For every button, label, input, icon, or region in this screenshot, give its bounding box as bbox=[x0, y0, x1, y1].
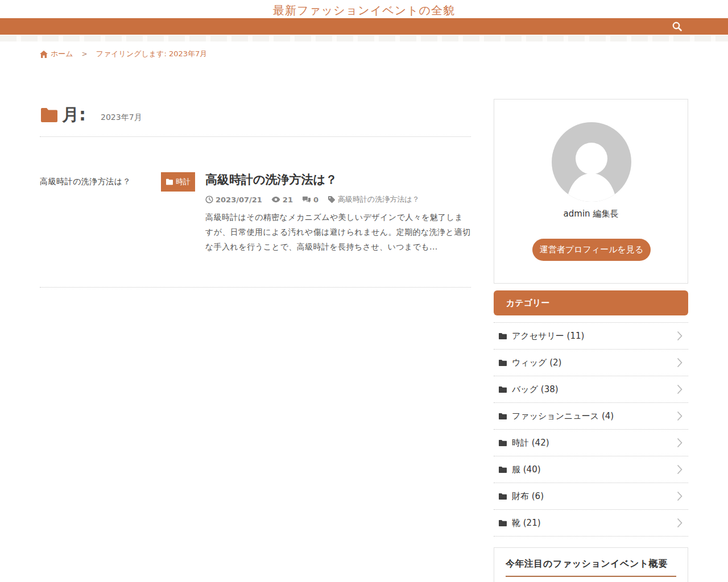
breadcrumb-home-link[interactable]: ホーム bbox=[40, 49, 73, 59]
folder-icon bbox=[166, 178, 173, 185]
breadcrumb: ホーム > ファイリングします: 2023年7月 bbox=[40, 49, 207, 59]
category-item-wig[interactable]: ウィッグ (2) bbox=[494, 350, 688, 376]
profile-view-button[interactable]: 運営者プロフィールを見る bbox=[532, 239, 651, 261]
entry-content: 高級時計の洗浄方法は？ 2023/07/21 bbox=[205, 172, 471, 254]
category-widget-header: カテゴリー bbox=[494, 290, 688, 315]
clock-icon bbox=[205, 196, 213, 203]
category-item-label: 財布 (6) bbox=[512, 491, 544, 502]
post-views: 21 bbox=[271, 196, 293, 204]
featured-events-widget: 今年注目のファッションイベント概要 bbox=[494, 547, 688, 582]
post-excerpt: 高級時計はその精密なメカニズムや美しいデザインで人々を魅了しますが、日常使用によ… bbox=[205, 210, 471, 254]
category-item-bag[interactable]: バッグ (38) bbox=[494, 376, 688, 403]
page: 最新ファッションイベントの全貌 ホーム > ファイリングします: 2023年7月 bbox=[0, 0, 728, 582]
comment-icon bbox=[302, 196, 311, 203]
widget-heading: 今年注目のファッションイベント概要 bbox=[506, 558, 676, 577]
post-entry: 高級時計の洗浄方法は？ 時計 高級時計の洗浄方法は？ bbox=[40, 172, 471, 288]
post-comments: 0 bbox=[302, 196, 318, 204]
breadcrumb-home-label: ホーム bbox=[51, 49, 73, 59]
avatar bbox=[552, 122, 631, 202]
category-item-accessory[interactable]: アクセサリー (11) bbox=[494, 323, 688, 350]
chevron-right-icon bbox=[677, 384, 682, 394]
chevron-right-icon bbox=[677, 491, 682, 501]
category-item-label: アクセサリー (11) bbox=[512, 331, 584, 342]
archive-heading-label: 月: bbox=[62, 103, 86, 127]
category-item-wallet[interactable]: 財布 (6) bbox=[494, 483, 688, 510]
category-item-label: バッグ (38) bbox=[512, 384, 559, 395]
post-title-link[interactable]: 高級時計の洗浄方法は？ bbox=[205, 172, 471, 187]
post-date: 2023/07/21 bbox=[205, 196, 262, 204]
main-navbar bbox=[0, 18, 728, 35]
site-title-link[interactable]: 最新ファッションイベントの全貌 bbox=[273, 3, 455, 18]
folder-icon bbox=[40, 107, 59, 123]
folder-icon bbox=[498, 466, 507, 473]
archive-heading-value: 2023年7月 bbox=[101, 113, 142, 123]
sidebar: admin 編集長 運営者プロフィールを見る カテゴリー アクセサリー (11)… bbox=[494, 99, 688, 582]
post-tag-link[interactable]: 高級時計の洗浄方法は？ bbox=[328, 194, 420, 205]
eye-icon bbox=[271, 196, 280, 203]
post-meta: 2023/07/21 21 bbox=[205, 194, 471, 205]
post-thumbnail-text: 高級時計の洗浄方法は？ bbox=[40, 177, 131, 186]
post-tag-value: 高級時計の洗浄方法は？ bbox=[338, 194, 420, 205]
category-item-label: 服 (40) bbox=[512, 464, 541, 475]
search-icon bbox=[672, 21, 682, 32]
chevron-right-icon bbox=[677, 464, 682, 475]
folder-icon bbox=[498, 519, 507, 527]
category-list: アクセサリー (11) ウィッグ (2) バッグ (38) ファッションニュース… bbox=[494, 322, 688, 537]
chevron-right-icon bbox=[677, 518, 682, 528]
folder-icon bbox=[498, 332, 507, 340]
post-views-value: 21 bbox=[283, 196, 293, 204]
folder-icon bbox=[498, 493, 507, 500]
chevron-right-icon bbox=[677, 331, 682, 341]
category-item-clothes[interactable]: 服 (40) bbox=[494, 456, 688, 483]
post-date-value: 2023/07/21 bbox=[216, 196, 262, 204]
category-item-watch[interactable]: 時計 (42) bbox=[494, 430, 688, 456]
category-item-label: ウィッグ (2) bbox=[512, 357, 561, 368]
post-comments-value: 0 bbox=[313, 196, 318, 204]
category-item-label: 時計 (42) bbox=[512, 438, 549, 448]
tag-icon bbox=[328, 196, 336, 203]
category-item-shoes[interactable]: 靴 (21) bbox=[494, 510, 688, 537]
chevron-right-icon bbox=[677, 411, 682, 421]
profile-name: admin 編集長 bbox=[494, 209, 688, 219]
archive-header: 月: 2023年7月 bbox=[40, 99, 471, 137]
category-item-fashion-news[interactable]: ファッションニュース (4) bbox=[494, 403, 688, 430]
breadcrumb-separator: > bbox=[82, 50, 88, 58]
folder-icon bbox=[498, 413, 507, 420]
folder-icon bbox=[498, 359, 507, 367]
folder-icon bbox=[498, 439, 507, 447]
site-header: 最新ファッションイベントの全貌 bbox=[0, 0, 728, 18]
navbar-shadow-strip bbox=[0, 35, 728, 41]
category-item-label: 靴 (21) bbox=[512, 518, 541, 529]
profile-card: admin 編集長 運営者プロフィールを見る bbox=[494, 99, 688, 284]
breadcrumb-current: ファイリングします: 2023年7月 bbox=[96, 49, 208, 59]
chevron-right-icon bbox=[677, 357, 682, 368]
category-item-label: ファッションニュース (4) bbox=[512, 411, 614, 422]
home-icon bbox=[40, 51, 48, 58]
folder-icon bbox=[498, 386, 507, 393]
category-badge[interactable]: 時計 bbox=[161, 172, 195, 192]
category-badge-label: 時計 bbox=[176, 177, 191, 187]
search-button[interactable] bbox=[668, 20, 686, 33]
main-content: 月: 2023年7月 高級時計の洗浄方法は？ 時計 高級時計の洗浄方法は？ bbox=[40, 99, 471, 288]
archive-title: 月: bbox=[40, 103, 86, 127]
chevron-right-icon bbox=[677, 438, 682, 448]
